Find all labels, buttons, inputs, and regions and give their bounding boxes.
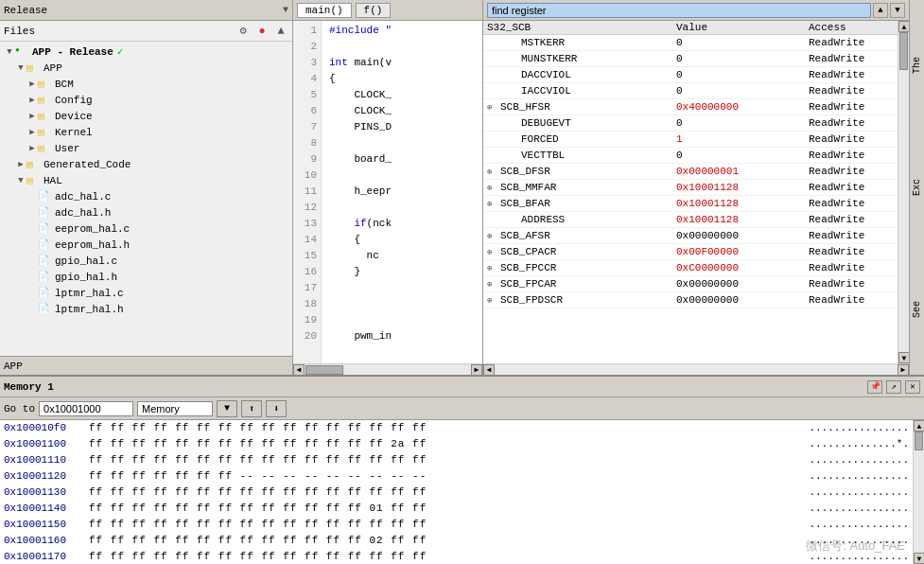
register-row[interactable]: ⊕SCB_AFSR0x00000000ReadWrite	[483, 228, 898, 244]
reg-h-scrollbar[interactable]: ◀ ▶	[483, 363, 909, 375]
memory-scrollbar[interactable]: ▲ ▼	[913, 420, 924, 564]
register-row[interactable]: VECTTBL0ReadWrite	[483, 148, 898, 164]
scroll-left-btn[interactable]: ◀	[293, 364, 305, 376]
register-access: ReadWrite	[809, 230, 898, 241]
panel-collapse-icon[interactable]: ▼	[283, 5, 288, 15]
mem-scroll-thumb[interactable]	[915, 432, 923, 450]
register-name-label: ADDRESS	[521, 214, 565, 225]
register-row[interactable]: ⊕SCB_FPCCR0xC0000000ReadWrite	[483, 260, 898, 276]
tree-item-generated-code[interactable]: ▶ ▤ Generated_Code	[0, 156, 292, 172]
tree-item-app-release[interactable]: ▼ ● APP - Release ✓	[0, 44, 292, 60]
expand-icon[interactable]: ⊕	[487, 279, 497, 290]
reg-v-scroll-thumb[interactable]	[899, 32, 908, 70]
reg-scroll-right-btn[interactable]: ▶	[898, 364, 909, 376]
register-row[interactable]: DACCVIOL0ReadWrite	[483, 67, 898, 83]
memory-type-input[interactable]	[137, 401, 213, 416]
register-value: 0x00000000	[676, 230, 809, 241]
tree-item-adc-hal-c[interactable]: 📄 adc_hal.c	[0, 188, 292, 204]
horizontal-scrollbar[interactable]: ◀ ▶	[293, 363, 482, 375]
expand-icon[interactable]: ⊕	[487, 247, 497, 257]
register-row[interactable]: ⊕SCB_DFSR0x00000001ReadWrite	[483, 164, 898, 180]
register-row[interactable]: FORCED1ReadWrite	[483, 132, 898, 148]
side-labels-panel: The Exc See	[909, 0, 924, 375]
folder-icon-kernel: ▤	[38, 126, 53, 139]
register-row[interactable]: ⊕SCB_BFAR0x10001128ReadWrite	[483, 196, 898, 212]
register-value: 0x00000000	[676, 294, 809, 306]
register-row[interactable]: ⊕SCB_MMFAR0x10001128ReadWrite	[483, 180, 898, 196]
register-row[interactable]: MSTKERR0ReadWrite	[483, 35, 898, 51]
register-value: 0xC0000000	[676, 262, 809, 273]
register-value: 1	[676, 133, 809, 145]
memory-row: 0x10001150ff ff ff ff ff ff ff ff ff ff …	[4, 516, 909, 532]
code-content[interactable]: 12345 678910 1112131415 1617181920 #incl…	[293, 21, 482, 363]
register-scrollbar[interactable]: ▲ ▼	[898, 21, 909, 363]
expand-icon[interactable]: ⊕	[487, 199, 497, 209]
scroll-track[interactable]	[305, 364, 471, 376]
expand-icon[interactable]: ⊕	[487, 231, 497, 241]
tree-item-gpio-hal-h[interactable]: 📄 gpio_hal.h	[0, 269, 292, 285]
tree-item-eeprom-hal-c[interactable]: 📄 eeprom_hal.c	[0, 220, 292, 237]
expand-icon[interactable]: ⊕	[487, 183, 497, 193]
memory-dropdown-btn[interactable]: ▼	[217, 400, 237, 417]
memory-next-btn[interactable]: ⬇	[266, 400, 287, 417]
panel-header-title: Release	[4, 5, 47, 16]
dot-icon[interactable]: ●	[254, 24, 270, 39]
mem-scroll-up-btn[interactable]: ▲	[914, 420, 924, 432]
tree-item-app[interactable]: ▼ ▤ APP	[0, 60, 292, 76]
memory-ascii: ................	[809, 535, 909, 546]
folder-icon-device: ▤	[38, 110, 53, 123]
reg-scroll-up-btn[interactable]: ▲	[873, 3, 888, 18]
register-rows: MSTKERR0ReadWriteMUNSTKERR0ReadWriteDACC…	[483, 35, 898, 308]
goto-input[interactable]	[39, 401, 133, 416]
tree-item-gpio-hal-c[interactable]: 📄 gpio_hal.c	[0, 253, 292, 269]
memory-prev-btn[interactable]: ⬆	[241, 400, 262, 417]
expand-icon[interactable]: ⊕	[487, 167, 497, 177]
scroll-thumb[interactable]	[305, 365, 343, 375]
scroll-right-btn[interactable]: ▶	[471, 364, 482, 376]
register-row[interactable]: ADDRESS0x10001128ReadWrite	[483, 212, 898, 228]
memory-float-btn[interactable]: ↗	[886, 380, 901, 394]
register-row[interactable]: ⊕SCB_HFSR0x40000000ReadWrite	[483, 99, 898, 115]
mem-scroll-down-btn[interactable]: ▼	[914, 553, 924, 564]
expand-icon[interactable]: ⊕	[487, 263, 497, 273]
settings-icon[interactable]: ⚙	[235, 24, 251, 39]
tree-item-config[interactable]: ▶ ▤ Config	[0, 92, 292, 108]
tree-item-lptmr-hal-c[interactable]: 📄 lptmr_hal.c	[0, 285, 292, 301]
register-row[interactable]: ⊕SCB_FPDSCR0x00000000ReadWrite	[483, 292, 898, 308]
scroll-up-icon[interactable]: ▲	[273, 24, 288, 39]
register-row[interactable]: ⊕SCB_CPACR0x00F00000ReadWrite	[483, 244, 898, 260]
expand-icon[interactable]: ⊕	[487, 102, 497, 113]
tree-item-adc-hal-h[interactable]: 📄 adc_hal.h	[0, 204, 292, 220]
register-row[interactable]: DEBUGEVT0ReadWrite	[483, 115, 898, 132]
memory-bytes: ff ff ff ff ff ff ff -- -- -- -- -- -- -…	[89, 470, 801, 482]
memory-ascii: ..............*.	[809, 438, 909, 449]
register-search-input[interactable]	[487, 3, 871, 18]
file-icon-gpio-hal-c: 📄	[38, 255, 53, 268]
reg-v-scroll-up[interactable]: ▲	[898, 21, 909, 32]
memory-address: 0x10001150	[4, 519, 89, 530]
tab-main[interactable]: main()	[297, 3, 352, 18]
memory-pin-btn[interactable]: 📌	[867, 380, 882, 394]
register-access: ReadWrite	[809, 53, 898, 64]
memory-close-btn[interactable]: ✕	[905, 380, 920, 394]
register-row[interactable]: IACCVIOL0ReadWrite	[483, 83, 898, 99]
tree-item-device[interactable]: ▶ ▤ Device	[0, 108, 292, 124]
reg-v-scroll-down[interactable]: ▼	[898, 352, 909, 363]
tab-f[interactable]: f()	[356, 3, 392, 18]
expand-icon-generated-code: ▶	[15, 159, 26, 169]
tree-item-lptmr-hal-h[interactable]: 📄 lptmr_hal.h	[0, 301, 292, 317]
tree-item-kernel[interactable]: ▶ ▤ Kernel	[0, 124, 292, 140]
memory-row: 0x100010f0ff ff ff ff ff ff ff ff ff ff …	[4, 420, 909, 436]
tree-item-user[interactable]: ▶ ▤ User	[0, 140, 292, 156]
tree-item-eeprom-hal-h[interactable]: 📄 eeprom_hal.h	[0, 237, 292, 253]
register-row[interactable]: MUNSTKERR0ReadWrite	[483, 51, 898, 67]
register-panel: ▲ ▼ S32_SCB Value Access MSTKERR0ReadWri…	[483, 0, 909, 375]
reg-h-scroll-track[interactable]	[495, 364, 898, 376]
tree-item-hal[interactable]: ▼ ▤ HAL	[0, 172, 292, 188]
expand-icon[interactable]: ⊕	[487, 295, 497, 306]
register-row[interactable]: ⊕SCB_FPCAR0x00000000ReadWrite	[483, 276, 898, 292]
tree-item-bcm[interactable]: ▶ ▤ BCM	[0, 76, 292, 92]
code-text: #include " int main(v { CLOCK_ CLOCK_ PI…	[322, 21, 482, 363]
reg-scroll-left-btn[interactable]: ◀	[483, 364, 495, 376]
reg-scroll-down-btn[interactable]: ▼	[890, 3, 905, 18]
